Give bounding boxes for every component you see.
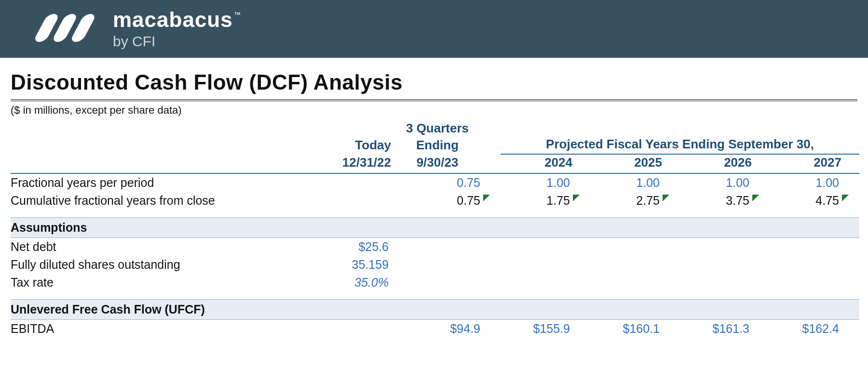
ebitda-2025: $160.1	[590, 320, 663, 338]
fractional-2027: 1.00	[770, 173, 842, 192]
ebitda-2027: $162.4	[770, 320, 842, 338]
fractional-2026: 1.00	[680, 173, 752, 192]
cumulative-q3: 0.75	[392, 192, 483, 210]
today-date: 12/31/22	[319, 154, 392, 173]
ebitda-2024: $155.9	[501, 320, 573, 338]
fractional-2024: 1.00	[501, 173, 573, 192]
q3-date: 9/30/23	[392, 154, 483, 173]
title-rule	[11, 99, 857, 101]
fy-2024: 2024	[501, 154, 573, 173]
brand-name-text: macabacus	[113, 8, 233, 31]
ebitda-label: EBITDA	[11, 320, 319, 338]
projected-header: Projected Fiscal Years Ending September …	[501, 136, 859, 154]
cell-flag-icon	[483, 192, 501, 210]
today-header: Today	[319, 136, 392, 154]
page-title: Discounted Cash Flow (DCF) Analysis	[11, 70, 857, 94]
row-cumulative-years: Cumulative fractional years from close 0…	[11, 192, 859, 210]
cell-flag-icon	[752, 192, 770, 210]
fractional-2025: 1.00	[590, 173, 663, 192]
shares-label: Fully diluted shares outstanding	[11, 256, 319, 274]
row-fractional-years: Fractional years per period 0.75 1.00 1.…	[11, 173, 859, 192]
cumulative-label: Cumulative fractional years from close	[11, 192, 319, 210]
cell-flag-icon	[573, 192, 590, 210]
cell-flag-icon	[842, 192, 859, 210]
section-ufcf: Unlevered Free Cash Flow (UFCF)	[11, 300, 859, 320]
cell-flag-icon	[663, 192, 680, 210]
section-assumptions-label: Assumptions	[11, 218, 859, 238]
trademark-symbol: ™	[234, 11, 241, 18]
brand-logo: macabacus™ by CFI	[27, 9, 240, 49]
tax-value: 35.0%	[319, 274, 392, 291]
header-row-lower: Today Ending Projected Fiscal Years Endi…	[11, 136, 859, 154]
row-shares: Fully diluted shares outstanding 35.159	[11, 256, 859, 274]
section-assumptions: Assumptions	[11, 218, 859, 238]
fy-2027: 2027	[770, 154, 842, 173]
net-debt-label: Net debt	[11, 238, 319, 256]
ebitda-2026: $161.3	[680, 320, 752, 338]
brand-byline: by CFI	[113, 34, 240, 49]
fractional-label: Fractional years per period	[11, 173, 319, 192]
dcf-table: 3 Quarters Today Ending Projected Fiscal…	[11, 120, 859, 338]
net-debt-value: $25.6	[319, 238, 392, 256]
brand-header: macabacus™ by CFI	[0, 0, 868, 58]
row-tax-rate: Tax rate 35.0%	[11, 274, 859, 291]
cumulative-2024: 1.75	[501, 192, 573, 210]
shares-value: 35.159	[319, 256, 392, 274]
cumulative-2027: 4.75	[770, 192, 842, 210]
row-net-debt: Net debt $25.6	[11, 238, 859, 256]
fractional-q3: 0.75	[392, 173, 483, 192]
ebitda-q3: $94.9	[392, 320, 483, 338]
cumulative-2026: 3.75	[680, 192, 752, 210]
brand-name: macabacus™	[113, 9, 240, 30]
fy-2026: 2026	[680, 154, 752, 173]
date-row: 12/31/22 9/30/23 2024 2025 2026 2027	[11, 154, 859, 173]
units-note: ($ in millions, except per share data)	[11, 104, 857, 117]
q3-header-line1: 3 Quarters	[392, 120, 483, 136]
fy-2025: 2025	[590, 154, 663, 173]
row-ebitda: EBITDA $94.9 $155.9 $160.1 $161.3 $162.4	[11, 320, 859, 338]
tax-label: Tax rate	[11, 274, 319, 291]
cumulative-2025: 2.75	[590, 192, 663, 210]
macabacus-logo-icon	[27, 11, 104, 47]
header-row-upper: 3 Quarters	[11, 120, 859, 136]
q3-header-line2: Ending	[392, 136, 483, 154]
section-ufcf-label: Unlevered Free Cash Flow (UFCF)	[11, 300, 859, 320]
